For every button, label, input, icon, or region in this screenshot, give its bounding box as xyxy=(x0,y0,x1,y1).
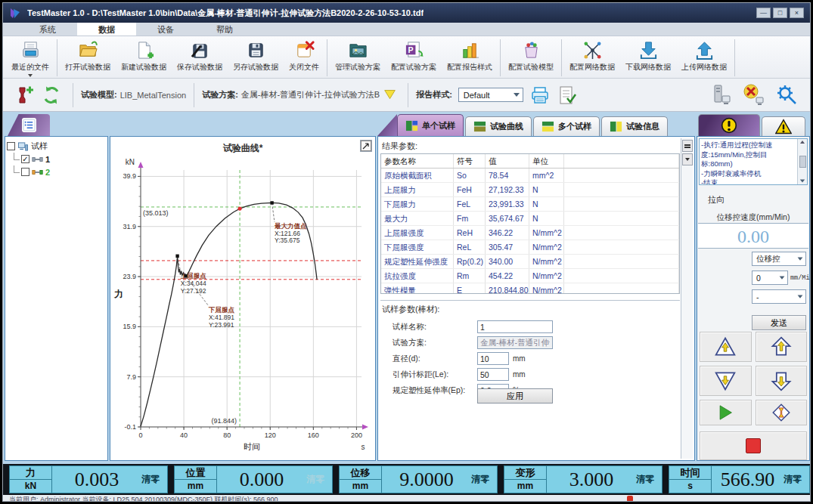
param-input-1[interactable] xyxy=(477,336,553,349)
notification-icon xyxy=(627,496,633,501)
aux-select[interactable]: - xyxy=(752,289,806,304)
report-style-select[interactable]: Default xyxy=(458,88,523,102)
param-input-3[interactable] xyxy=(477,368,509,381)
results-cell: So xyxy=(454,169,486,182)
menu-tab-3[interactable]: 帮助 xyxy=(195,23,254,36)
checkbox-checked[interactable]: ✓ xyxy=(21,155,29,163)
toolbar-button-1[interactable]: 打开试验数据 xyxy=(60,38,116,78)
jog-up-fast-button[interactable] xyxy=(756,332,808,362)
scroll-down-icon[interactable] xyxy=(800,180,805,183)
splitter-menu-button[interactable] xyxy=(682,140,693,152)
tab-warnings[interactable] xyxy=(762,116,805,136)
jog-down-slow-button[interactable] xyxy=(700,366,752,396)
tree-root-specimen[interactable]: 试样 xyxy=(7,140,106,153)
settings-search-icon[interactable] xyxy=(775,84,798,107)
clear-zero-button[interactable]: 清零 xyxy=(636,466,662,493)
table-row[interactable]: 抗拉强度Rm454.22N/mm^2 xyxy=(381,269,679,283)
toolbar-button-0[interactable]: 最近的文件 xyxy=(6,38,54,78)
chevron-down-icon xyxy=(798,257,803,260)
results-column-header: 符号 xyxy=(454,154,486,168)
control-mode-select[interactable]: 位移控 xyxy=(752,252,806,266)
print-icon[interactable] xyxy=(530,85,550,105)
chart-popup-button[interactable] xyxy=(360,140,372,152)
main-toolbar: 最近的文件打开试验数据新建试验数据保存试验数据另存试验数据关闭文件管理试验方案P… xyxy=(3,36,810,79)
toolbar-button-11[interactable]: 下载网络数据 xyxy=(620,38,676,78)
toolbar-button-12[interactable]: 上传网络数据 xyxy=(676,38,732,78)
test-model-label: 试验模型: xyxy=(81,89,117,100)
clear-zero-button[interactable]: 清零 xyxy=(784,466,809,493)
tab-test-info[interactable]: 试验信息 xyxy=(601,116,668,136)
menu-tab-0[interactable]: 系统 xyxy=(18,23,77,36)
minimize-button[interactable]: — xyxy=(756,8,771,18)
tab-single-specimen[interactable]: 单个试样 xyxy=(397,114,464,136)
tab-process-info[interactable] xyxy=(698,114,760,136)
jog-down-fast-button[interactable] xyxy=(756,366,808,396)
panel-splitter[interactable] xyxy=(681,138,693,459)
toolbar-button-10[interactable]: 配置网络数据 xyxy=(564,38,620,78)
menu-tab-2[interactable]: 设备 xyxy=(136,23,195,36)
toolbar-button-label: 上传网络数据 xyxy=(681,62,727,73)
results-cell: 35,674.67 xyxy=(486,212,529,225)
table-row[interactable]: 上屈服强度ReH346.22N/mm^2 xyxy=(381,226,679,240)
tab-multi-specimen[interactable]: 多个试样 xyxy=(533,116,600,136)
tree-item-specimen-2[interactable]: 2 xyxy=(14,165,106,178)
scroll-thumb[interactable] xyxy=(799,156,806,168)
readout-value: 0.000 xyxy=(217,466,306,493)
toolbar-button-2[interactable]: 新建试验数据 xyxy=(116,38,172,78)
scheme-filter-icon[interactable] xyxy=(383,88,396,101)
clear-zero-button[interactable]: 清零 xyxy=(471,466,497,493)
maximize-button[interactable]: □ xyxy=(773,8,787,18)
return-button[interactable] xyxy=(756,400,808,425)
scroll-up-icon[interactable] xyxy=(800,141,805,144)
table-row[interactable]: 下屈服强度ReL305.47N/mm^2 xyxy=(381,240,679,255)
jog-up-slow-button[interactable] xyxy=(700,332,752,362)
close-button[interactable]: × xyxy=(790,8,804,18)
specimen-list-tab[interactable] xyxy=(8,114,50,136)
table-row[interactable]: 下屈服力FeL23,991.33N xyxy=(381,197,679,212)
results-cell: 78.54 xyxy=(486,169,529,182)
table-row[interactable]: 原始横截面积So78.54mm^2 xyxy=(381,169,679,183)
checkbox-unchecked[interactable] xyxy=(7,142,15,150)
results-cell: 346.22 xyxy=(486,226,529,240)
table-row[interactable]: 上屈服力FeH27,192.33N xyxy=(381,183,679,197)
toolbar-button-5[interactable]: 关闭文件 xyxy=(284,38,324,78)
app-logo-icon xyxy=(9,7,21,19)
toolbar-button-4[interactable]: 另存试验数据 xyxy=(228,38,284,78)
add-specimen-icon[interactable] xyxy=(14,85,34,105)
toolbar-button-9[interactable]: 配置试验模型 xyxy=(503,38,559,78)
svg-text:Y:27.192: Y:27.192 xyxy=(181,287,206,295)
param-input-0[interactable] xyxy=(477,320,553,333)
stop-button[interactable] xyxy=(700,431,807,460)
results-cell: 上屈服强度 xyxy=(381,226,454,240)
speed-select[interactable]: 0 xyxy=(752,271,788,285)
readout-mm-2: 位移mm9.0000清零 xyxy=(339,465,498,493)
device-icon[interactable] xyxy=(709,84,731,107)
checkbox-unchecked[interactable] xyxy=(21,168,29,176)
results-cell xyxy=(564,226,679,240)
toolbar-button-3[interactable]: 保存试验数据 xyxy=(172,38,228,78)
start-button[interactable] xyxy=(700,400,752,425)
toolbar-button-8[interactable]: 配置报告样式 xyxy=(442,38,498,78)
tab-test-curve[interactable]: 试验曲线 xyxy=(465,116,532,136)
apply-button[interactable]: 应用 xyxy=(477,388,553,404)
tree-item-specimen-1[interactable]: ✓1 xyxy=(14,153,106,165)
splitter-collapse-button[interactable] xyxy=(682,153,693,165)
table-row[interactable]: 最大力Fm35,674.67N xyxy=(381,212,679,226)
jog-down-fast-icon xyxy=(770,369,793,392)
toolbar-button-6[interactable]: 管理试验方案 xyxy=(330,38,386,78)
report-preview-icon[interactable] xyxy=(557,85,577,105)
message-scrollbar[interactable] xyxy=(797,139,807,184)
toolbar-button-7[interactable]: P配置试验方案 xyxy=(386,38,442,78)
clear-zero-button[interactable]: 清零 xyxy=(306,466,332,493)
param-input-2[interactable] xyxy=(477,352,509,365)
table-row[interactable]: 弹性模量E210,844.80N/mm^2 xyxy=(381,283,679,294)
results-cell: Rp(0.2) xyxy=(454,255,486,268)
menu-tab-1[interactable]: 数据 xyxy=(77,23,136,36)
test-curve-chart[interactable]: (35.013)(91.844)04080120160200-0.17.915.… xyxy=(110,156,375,462)
clear-zero-button[interactable]: 清零 xyxy=(141,466,167,493)
table-row[interactable]: 规定塑性延伸强度Rp(0.2)340.00N/mm^2 xyxy=(381,255,679,269)
results-cell: N/mm^2 xyxy=(529,255,564,268)
refresh-icon[interactable] xyxy=(42,85,61,105)
offline-status-icon[interactable] xyxy=(742,84,765,107)
send-button[interactable]: 发送 xyxy=(752,315,806,330)
